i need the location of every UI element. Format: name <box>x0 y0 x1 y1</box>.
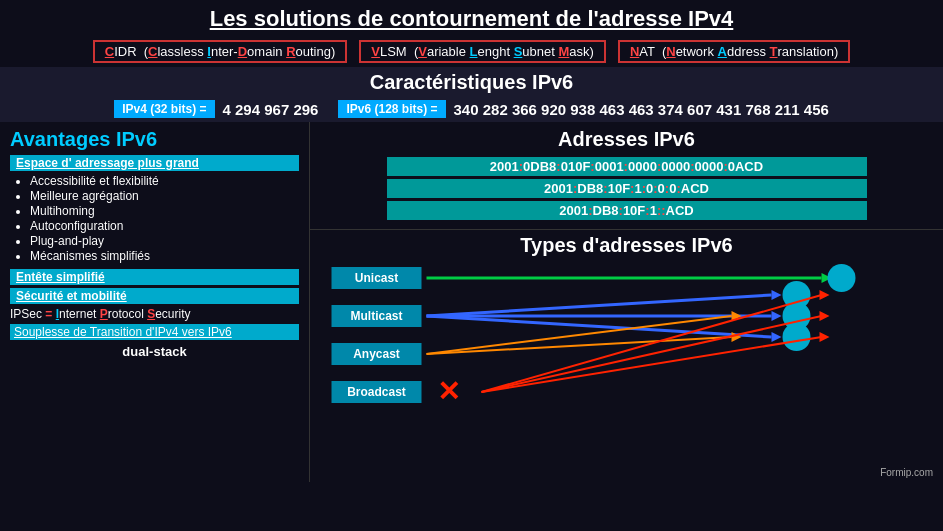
svg-line-17 <box>427 316 772 337</box>
espace-adressage-heading: Espace d' adressage plus grand <box>10 155 299 171</box>
svg-line-27 <box>482 316 822 392</box>
list-item: Meilleure agrégation <box>30 189 299 203</box>
vlsm-box: VLSM (Variable Lenght Subnet Mask) <box>359 40 606 63</box>
securite-heading: Sécurité et mobilité <box>10 288 299 304</box>
adresses-section: Adresses IPv6 2001:0DB8:010F:0001:0000:0… <box>310 122 943 230</box>
ipsec-line: IPSec = Internet Protocol Security <box>10 307 299 321</box>
list-item: Plug-and-play <box>30 234 299 248</box>
cidr-label: CIDR (Classless Inter-Domain Routing) <box>105 44 336 59</box>
avantages-title: Avantages IPv6 <box>10 128 299 151</box>
types-diagram: Unicast Multicast Anycast Broadcast <box>320 261 933 421</box>
nat-label: NAT (Network Address Translation) <box>630 44 838 59</box>
vlsm-label: VLSM (Variable Lenght Subnet Mask) <box>371 44 594 59</box>
types-section: Types d'adresses IPv6 Unicast Multicast … <box>310 230 943 482</box>
svg-text:Broadcast: Broadcast <box>347 385 406 399</box>
svg-line-11 <box>427 295 772 316</box>
address-full: 2001:0DB8:010F:0001:0000:0000:0000:0ACD <box>387 157 867 176</box>
ipv4-value: 4 294 967 296 <box>223 101 319 118</box>
svg-marker-12 <box>772 290 782 300</box>
svg-text:Unicast: Unicast <box>355 271 398 285</box>
types-title: Types d'adresses IPv6 <box>320 234 933 257</box>
caracteristiques-section: Caractéristiques IPv6 <box>0 67 943 96</box>
espace-adressage-list: Accessibilité et flexibilité Meilleure a… <box>10 174 299 263</box>
addr-text-2: 2001:DB8:10F:1:0:0:0:ACD <box>544 181 709 196</box>
entete-heading: Entête simplifié <box>10 269 299 285</box>
nat-box: NAT (Network Address Translation) <box>618 40 850 63</box>
address-short: 2001:DB8:10F:1::ACD <box>387 201 867 220</box>
caracteristiques-title: Caractéristiques IPv6 <box>0 71 943 94</box>
list-item: Multihoming <box>30 204 299 218</box>
ipv6-item: IPv6 (128 bits) = 340 282 366 920 938 46… <box>338 100 828 118</box>
list-item: Accessibilité et flexibilité <box>30 174 299 188</box>
svg-marker-30 <box>820 332 830 342</box>
address-compressed: 2001:DB8:10F:1:0:0:0:ACD <box>387 179 867 198</box>
avantages-panel: Avantages IPv6 Espace d' adressage plus … <box>0 122 310 482</box>
list-item: Mécanismes simplifiés <box>30 249 299 263</box>
ip-versions-row: IPv4 (32 bits) = 4 294 967 296 IPv6 (128… <box>0 96 943 122</box>
ipv4-badge: IPv4 (32 bits) = <box>114 100 214 118</box>
main-content: Avantages IPv6 Espace d' adressage plus … <box>0 122 943 482</box>
svg-point-10 <box>828 264 856 292</box>
ipv6-badge: IPv6 (128 bits) = <box>338 100 445 118</box>
svg-text:Multicast: Multicast <box>350 309 402 323</box>
adresses-title: Adresses IPv6 <box>320 128 933 151</box>
addr-text-3: 2001:DB8:10F:1::ACD <box>559 203 693 218</box>
dual-stack-label: dual-stack <box>10 344 299 359</box>
formip-label: Formip.com <box>880 467 933 478</box>
svg-marker-28 <box>820 311 830 321</box>
svg-marker-26 <box>820 290 830 300</box>
svg-text:✕: ✕ <box>437 376 460 407</box>
page-title: Les solutions de contournement de l'adre… <box>0 0 943 36</box>
svg-line-29 <box>482 337 822 392</box>
page: Les solutions de contournement de l'adre… <box>0 0 943 531</box>
svg-marker-18 <box>772 332 782 342</box>
svg-point-19 <box>783 323 811 351</box>
svg-text:Anycast: Anycast <box>353 347 400 361</box>
list-item: Autoconfiguration <box>30 219 299 233</box>
addr-text-1: 2001:0DB8:010F:0001:0000:0000:0000:0ACD <box>490 159 763 174</box>
cidr-box: CIDR (Classless Inter-Domain Routing) <box>93 40 348 63</box>
transition-label: Souplesse de Transition d'IPv4 vers IPv6 <box>10 324 299 340</box>
cidr-row: CIDR (Classless Inter-Domain Routing) VL… <box>0 36 943 67</box>
right-panel: Adresses IPv6 2001:0DB8:010F:0001:0000:0… <box>310 122 943 482</box>
ipv6-value: 340 282 366 920 938 463 463 374 607 431 … <box>454 101 829 118</box>
ipv4-item: IPv4 (32 bits) = 4 294 967 296 <box>114 100 318 118</box>
svg-marker-15 <box>772 311 782 321</box>
svg-line-20 <box>427 316 732 354</box>
